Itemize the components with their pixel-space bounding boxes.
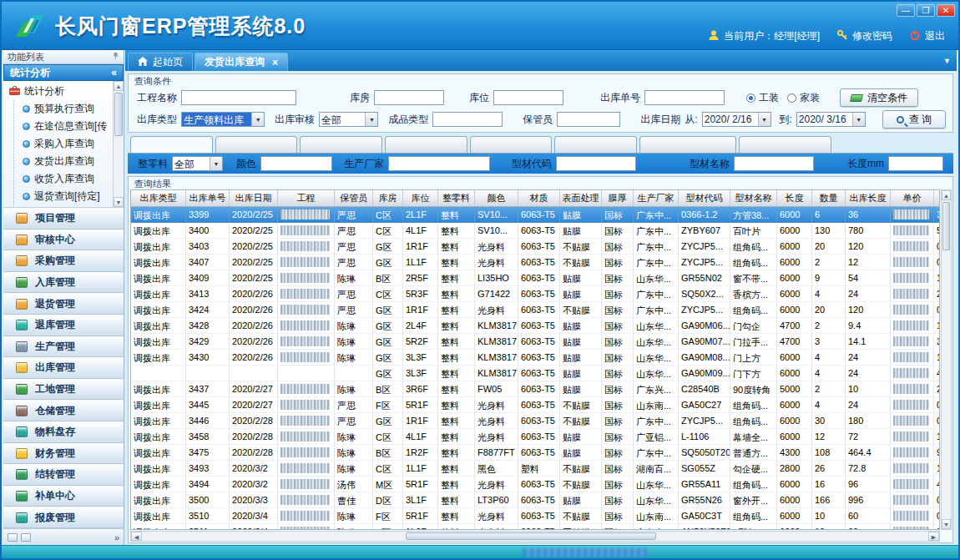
column-header-film[interactable]: 膜厚 — [602, 190, 634, 206]
column-header-name[interactable]: 型材名称 — [730, 190, 777, 206]
column-header-color[interactable]: 颜色 — [475, 190, 518, 206]
column-header-whole[interactable]: 整零料 — [438, 190, 475, 206]
collapse-icon[interactable]: « — [111, 67, 117, 78]
color-input[interactable] — [260, 156, 332, 171]
tree-scrollbar[interactable]: ▲ ▼ — [113, 81, 124, 207]
panel-view-icon[interactable] — [8, 533, 18, 542]
sidebar-module-item[interactable]: 审核中心 — [3, 230, 124, 251]
tab-home[interactable]: 起始页 — [128, 53, 193, 71]
tree-item[interactable]: 在途信息查询[传 — [14, 118, 124, 135]
chevron-down-icon[interactable]: ▼ — [758, 113, 771, 126]
column-header-qty[interactable]: 数量 — [812, 190, 846, 206]
list-view-icon[interactable] — [21, 533, 31, 542]
tab-shipment-query[interactable]: 发货出库查询 × — [195, 53, 288, 71]
tab-close-icon[interactable]: × — [272, 58, 278, 67]
table-row[interactable]: 调拨出库34032020/2/25工…共工程严思G区1R1F整料光身料6063-… — [131, 239, 939, 255]
date-to-picker[interactable]: 2020/ 3/16 ▼ — [796, 112, 866, 127]
table-row[interactable]: 调拨出库34072020/2/25工…严思G区1L1F整料光身料6063-T5不… — [131, 255, 939, 270]
table-row[interactable]: 调拨出库35112020/3/4工…共工程陈琳F区1L2F整料光身料6063-T… — [131, 524, 939, 530]
pin-icon[interactable] — [112, 52, 119, 62]
table-row[interactable]: 调拨出库34752020/2/28华…源陈琳B区1R2F整料F8877FT606… — [131, 445, 939, 461]
sidebar-module-item[interactable]: 生产管理 — [3, 336, 124, 358]
table-row[interactable]: 调拨出库34002020/2/25华…源严思C区4L1F整料SV10...606… — [131, 223, 939, 239]
sidebar-module-item[interactable]: 入库管理 — [3, 272, 124, 294]
table-row[interactable]: 调拨出库35002020/3/3工…共工程曹佳D区3L1F整料LT3P60606… — [131, 492, 939, 508]
chevron-down-icon[interactable]: ▼ — [251, 113, 264, 126]
column-header-price[interactable]: 单价 — [891, 190, 934, 206]
profile-name-input[interactable] — [734, 156, 814, 171]
tree-item[interactable]: 收货入库查询 — [14, 170, 124, 188]
chevron-down-icon[interactable]: ▼ — [365, 113, 377, 126]
table-row[interactable]: G区3L3F整料KLM38176063-T5贴膜国标山东华...GA90M09.… — [131, 366, 939, 381]
tree-item[interactable]: 退货查询[待定] — [14, 188, 124, 205]
sidebar-module-item[interactable]: 退库管理 — [3, 315, 124, 336]
table-row[interactable]: 调拨出库34092020/2/25长…陈琳B区2R5F整料LI35HO6063-… — [131, 270, 939, 286]
warehouse-input[interactable] — [374, 90, 444, 105]
date-from-picker[interactable]: 2020/ 2/16 ▼ — [702, 112, 771, 127]
sidebar-module-item[interactable]: 出库管理 — [3, 357, 124, 379]
change-password-button[interactable]: 修改密码 — [836, 29, 892, 43]
table-row[interactable]: 调拨出库34372020/2/27佛…陈琳B区3R6F整料FW056063-T5… — [131, 381, 939, 397]
scroll-left-icon[interactable]: ◀ — [131, 532, 142, 541]
maximize-button[interactable]: ❐ — [917, 4, 935, 17]
material-tab[interactable]: 单体型材 — [639, 136, 736, 153]
column-header-amt[interactable]: 金 — [934, 190, 940, 206]
expand-more-icon[interactable]: » — [114, 532, 119, 542]
order-no-input[interactable] — [644, 90, 725, 105]
scroll-right-icon[interactable]: ▶ — [928, 532, 939, 541]
column-header-len[interactable]: 长度 — [777, 190, 812, 206]
clear-conditions-button[interactable]: 清空条件 — [840, 88, 918, 107]
close-button[interactable]: ✕ — [937, 4, 955, 17]
column-header-project[interactable]: 工程 — [278, 190, 335, 206]
v-scroll-thumb[interactable] — [942, 202, 950, 250]
sidebar-module-item[interactable]: 结转管理 — [3, 464, 124, 486]
sidebar-module-item[interactable]: 工地管理 — [3, 379, 124, 401]
sidebar-module-item[interactable]: 仓储管理 — [3, 400, 124, 421]
material-tab[interactable]: 辅 材 — [300, 136, 382, 153]
column-header-keeper[interactable]: 保管员 — [335, 190, 373, 206]
column-header-material[interactable]: 材质 — [518, 190, 560, 206]
material-tab[interactable]: 隔 热 条 — [739, 136, 831, 153]
material-tab[interactable]: 成 品 — [470, 136, 553, 153]
sidebar-module-item[interactable]: 采购管理 — [3, 250, 124, 272]
location-input[interactable] — [493, 90, 563, 105]
table-row[interactable]: 调拨出库34452020/2/27工…共工程严思F区5R1F整料光身料6063-… — [131, 397, 939, 413]
table-row[interactable]: 调拨出库35102020/3/4工…共工程陈琳F区5R1F整料光身料6063-T… — [131, 508, 939, 524]
tree-item[interactable]: 采购入库查询 — [14, 135, 124, 153]
tree-scroll-thumb[interactable] — [114, 93, 123, 136]
scroll-up-icon[interactable]: ▲ — [942, 190, 951, 200]
material-tab[interactable]: 型 材 — [130, 136, 213, 153]
column-header-maker[interactable]: 生产厂家 — [634, 190, 679, 206]
sidebar-module-item[interactable]: 项目管理 — [3, 208, 124, 230]
sidebar-module-item[interactable]: 报废管理 — [3, 507, 124, 528]
search-button[interactable]: 查 询 — [882, 110, 946, 129]
h-scroll-thumb[interactable] — [406, 532, 656, 540]
table-row[interactable]: 调拨出库34292020/2/26石…辉城陈琳G区5R2F整料KLM381760… — [131, 334, 939, 350]
table-row[interactable]: 调拨出库34932020/3/2华…陈琳C区1L1F整料黑色塑料不贴膜国标湖南百… — [131, 461, 939, 477]
length-input[interactable] — [888, 156, 943, 171]
table-row[interactable]: 调拨出库34132020/2/26南…严思C区5R3F整料G714226063-… — [131, 286, 939, 302]
table-row[interactable]: 调拨出库33992020/2/25华…源严思C区2L1F整料SV10...606… — [131, 207, 939, 223]
column-header-code[interactable]: 型材代码 — [679, 190, 730, 206]
tree-root-node[interactable]: 统计分析 — [3, 81, 124, 100]
tree-item[interactable]: 库存管理[待定] — [14, 205, 124, 208]
chevron-down-icon[interactable]: ▼ — [852, 113, 865, 126]
sidebar-group-header[interactable]: 统计分析 « — [3, 64, 124, 81]
table-row[interactable]: 调拨出库34942020/3/2石…辉城汤伟M区5R1F整料光身料6063-T5… — [131, 477, 939, 492]
material-tab[interactable]: 配 件 — [215, 136, 298, 153]
tree-item[interactable]: 预算执行查询 — [14, 100, 124, 118]
table-row[interactable]: 调拨出库34582020/2/28华…陈琳C区4L1F整料光身料6063-T5贴… — [131, 429, 939, 445]
project-name-input[interactable] — [181, 90, 296, 105]
tree-item[interactable]: 发货出库查询 — [14, 153, 124, 170]
column-header-no[interactable]: 出库单号 — [186, 190, 230, 206]
minimize-button[interactable]: — — [897, 4, 915, 17]
table-horizontal-scrollbar[interactable]: ◀ ▶ — [130, 531, 940, 542]
keeper-input[interactable] — [557, 112, 620, 127]
profile-code-input[interactable] — [556, 156, 636, 171]
chevron-down-icon[interactable]: ▼ — [210, 157, 222, 170]
sidebar-module-item[interactable]: 退货管理 — [3, 293, 124, 315]
radio-gongzhuang[interactable]: 工装 — [746, 91, 779, 105]
scroll-up-icon[interactable]: ▲ — [114, 81, 124, 91]
table-row[interactable]: 调拨出库34282020/2/26石…辉城陈琳G区2L4F整料KLM381760… — [131, 318, 939, 334]
table-row[interactable]: 调拨出库34462020/2/28工…共工程严思G区1R1F整料光身料6063-… — [131, 413, 939, 429]
